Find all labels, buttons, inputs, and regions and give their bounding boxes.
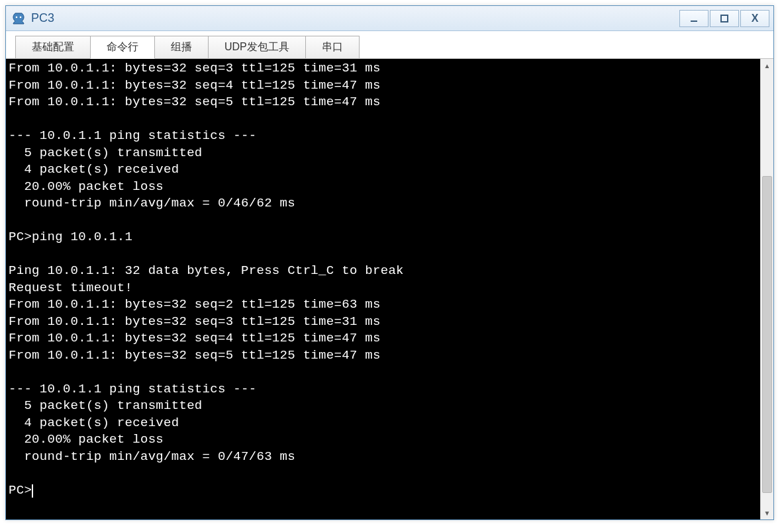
tab-label: 组播 — [171, 40, 192, 54]
terminal-cursor — [32, 484, 33, 498]
maximize-button[interactable] — [710, 10, 739, 27]
vertical-scrollbar[interactable]: ▲ ▼ — [760, 59, 773, 519]
tab-label: 串口 — [322, 40, 343, 54]
svg-point-1 — [20, 16, 22, 18]
scroll-down-arrow[interactable]: ▼ — [761, 506, 773, 519]
tabbar: 基础配置 命令行 组播 UDP发包工具 串口 — [6, 31, 773, 59]
tab-multicast[interactable]: 组播 — [154, 36, 209, 58]
tab-command-line[interactable]: 命令行 — [90, 36, 155, 59]
minimize-button[interactable] — [679, 10, 709, 27]
titlebar[interactable]: PC3 X — [6, 6, 773, 31]
scroll-track[interactable] — [761, 72, 773, 506]
app-icon — [11, 11, 26, 26]
tab-label: 命令行 — [107, 40, 138, 54]
close-icon: X — [752, 13, 759, 24]
svg-point-0 — [16, 16, 18, 18]
close-button[interactable]: X — [740, 10, 769, 27]
app-window: PC3 X 基础配置 命令行 组播 UDP发包工具 串口 From 10.0.1… — [5, 5, 774, 520]
terminal-output[interactable]: From 10.0.1.1: bytes=32 seq=3 ttl=125 ti… — [6, 59, 760, 519]
scroll-up-arrow[interactable]: ▲ — [761, 59, 773, 72]
scroll-thumb[interactable] — [762, 176, 772, 493]
svg-rect-3 — [721, 15, 728, 22]
tab-label: UDP发包工具 — [224, 40, 289, 54]
window-title: PC3 — [31, 11, 679, 25]
tab-basic-config[interactable]: 基础配置 — [15, 36, 91, 58]
tab-serial-port[interactable]: 串口 — [305, 36, 360, 58]
window-controls: X — [679, 10, 769, 27]
terminal-container: From 10.0.1.1: bytes=32 seq=3 ttl=125 ti… — [6, 59, 773, 519]
svg-rect-2 — [691, 21, 697, 22]
tab-label: 基础配置 — [32, 40, 74, 54]
tab-udp-sender[interactable]: UDP发包工具 — [208, 36, 306, 58]
